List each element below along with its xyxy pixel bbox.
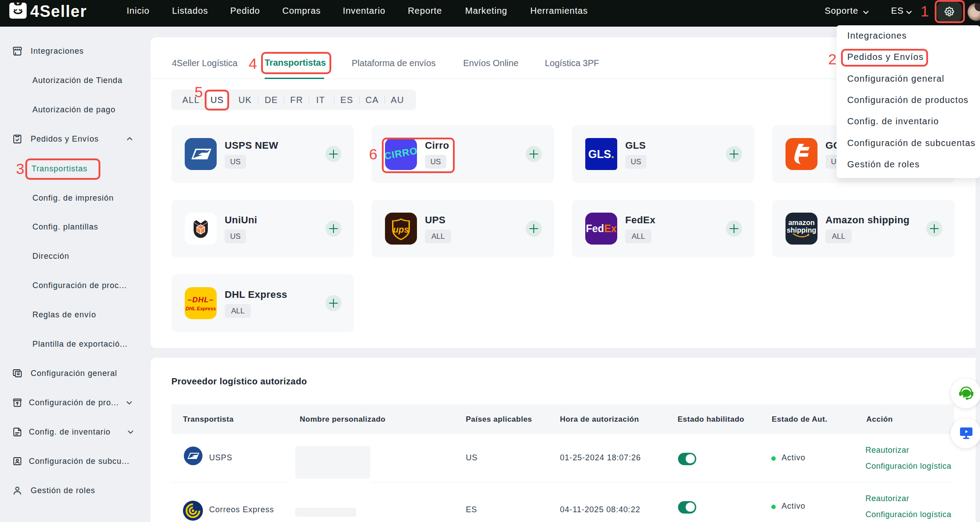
svg-text:ups: ups bbox=[393, 225, 409, 234]
